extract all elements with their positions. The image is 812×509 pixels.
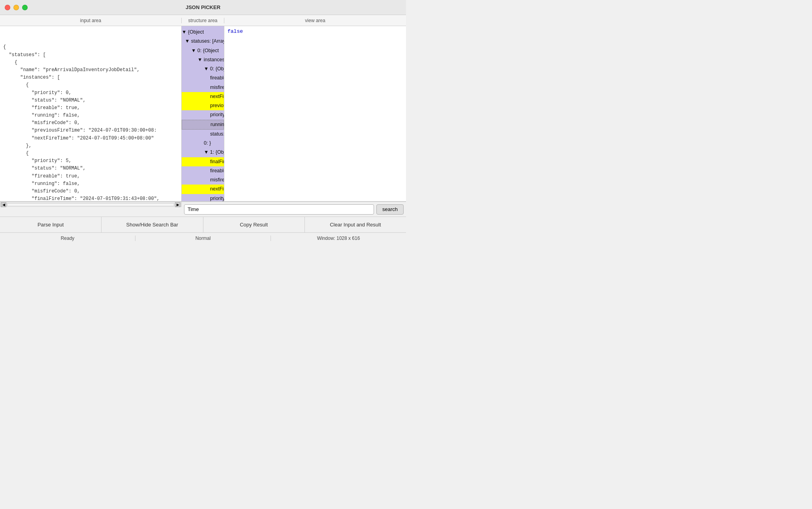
tree-item[interactable]: ▼ 0: {Object [182, 46, 224, 55]
scroll-left-arrow[interactable]: ◀ [1, 202, 6, 207]
status-window-size: Window: 1028 x 616 [271, 236, 406, 241]
input-text: { "statuses": [ { "name": "preArrivalDpa… [3, 43, 178, 201]
input-area[interactable]: { "statuses": [ { "name": "preArrivalDpa… [0, 26, 182, 201]
tree-item[interactable]: priority: Number [182, 110, 224, 119]
main-content: { "statuses": [ { "name": "preArrivalDpa… [0, 26, 406, 201]
bottom-section: ◀ ▶ search [0, 201, 406, 217]
close-button[interactable] [5, 5, 10, 10]
scroll-right-arrow[interactable]: ▶ [175, 202, 180, 207]
tree-item[interactable]: priority: Number [182, 194, 224, 202]
tree-item[interactable]: misfireCode: Number [182, 83, 224, 92]
status-normal: Normal [135, 236, 271, 241]
input-hscroll: ◀ ▶ [0, 202, 182, 207]
show-hide-button[interactable]: Show/Hide Search Bar [102, 217, 203, 232]
tree-item[interactable]: previousFireTime: String [182, 101, 224, 110]
maximize-button[interactable] [22, 5, 28, 10]
tree-item[interactable]: ▼ 1: {Object [182, 148, 224, 157]
status-bar: Ready Normal Window: 1028 x 616 [0, 232, 406, 243]
col-header-input: input area [0, 18, 182, 23]
tree-item[interactable]: fireable: Boolean [182, 166, 224, 175]
status-ready: Ready [0, 236, 135, 241]
tree-item[interactable]: fireable: Boolean [182, 74, 224, 83]
column-headers: input area structure area view area [0, 15, 406, 26]
tree-item[interactable]: ▼ {Object [182, 28, 224, 37]
tree-item[interactable]: running: Boolean [182, 120, 224, 130]
traffic-lights [5, 5, 28, 10]
tree-item[interactable]: nextFireTime: String [182, 185, 224, 194]
tree-item[interactable]: misfireCode: Number [182, 175, 224, 185]
structure-tree[interactable]: ▼ {Object▼ statuses: [Array▼ 0: {Object▼… [182, 26, 224, 201]
view-area: false [224, 26, 406, 201]
tree-item[interactable]: 0: } [182, 139, 224, 148]
tree-item[interactable]: ▼ 0: {Object [182, 64, 224, 74]
tree-item[interactable]: finalFireTime: String [182, 157, 224, 166]
title-bar: JSON PICKER [0, 0, 406, 15]
search-button[interactable]: search [376, 204, 404, 215]
app-title: JSON PICKER [186, 4, 220, 10]
structure-area: ▼ {Object▼ statuses: [Array▼ 0: {Object▼… [182, 26, 224, 201]
minimize-button[interactable] [13, 5, 19, 10]
view-content: false [227, 28, 243, 34]
tree-item[interactable]: ▼ instances: [Array [182, 55, 224, 64]
search-bar: search [182, 202, 406, 217]
tree-item[interactable]: ▼ statuses: [Array [182, 37, 224, 46]
hscroll-track[interactable] [7, 203, 174, 206]
col-header-view: view area [224, 18, 406, 23]
bottom-toolbar: Parse Input Show/Hide Search Bar Copy Re… [0, 217, 406, 232]
parse-input-button[interactable]: Parse Input [0, 217, 102, 232]
tree-item[interactable]: status: String [182, 130, 224, 139]
search-input[interactable] [184, 204, 374, 215]
tree-item[interactable]: nextFireTime: String [182, 92, 224, 101]
clear-button[interactable]: Clear Input and Result [305, 217, 406, 232]
col-header-structure: structure area [182, 18, 224, 23]
copy-result-button[interactable]: Copy Result [203, 217, 305, 232]
